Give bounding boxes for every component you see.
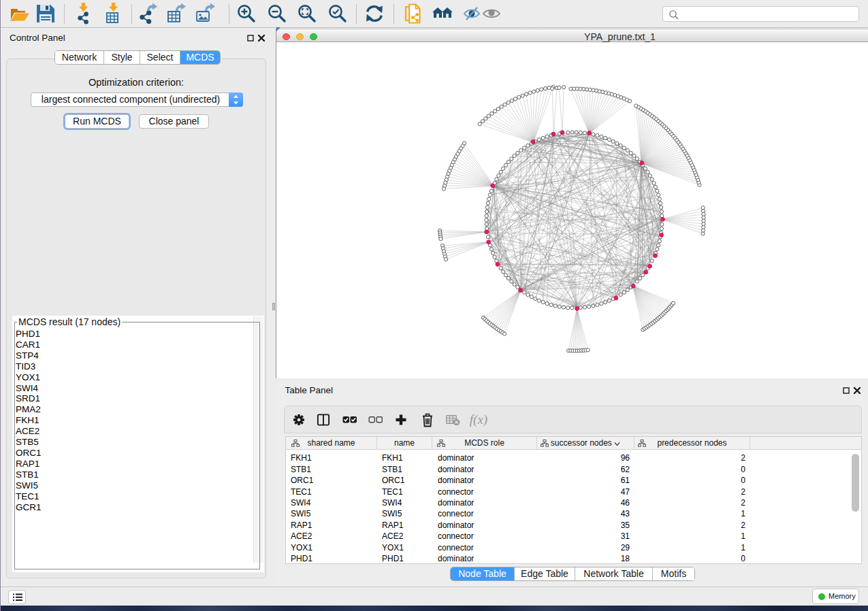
- svg-text:f(x): f(x): [470, 412, 487, 427]
